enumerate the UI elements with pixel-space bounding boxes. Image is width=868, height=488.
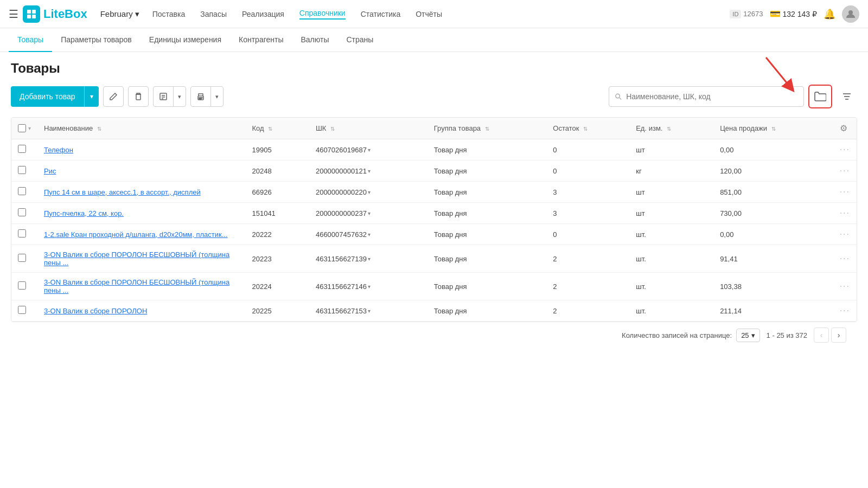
row-checkbox-cell[interactable] [11,273,37,300]
edit-button[interactable] [103,86,124,107]
row-checkbox-cell[interactable] [11,203,37,224]
select-all-checkbox[interactable] [18,124,26,132]
barcode-expand-icon[interactable]: ▾ [368,284,371,290]
subnav-valyuty[interactable]: Валюты [292,28,337,52]
row-checkbox[interactable] [18,166,26,174]
search-input[interactable] [626,92,798,101]
row-name-link[interactable]: 3-ON Валик в сборе ПОРОЛОН БЕСШОВНЫЙ (то… [44,251,229,267]
row-name-link[interactable]: Рис [44,167,56,175]
row-code-cell: 20225 [245,300,309,322]
barcode-expand-icon[interactable]: ▾ [368,232,371,237]
nav-link-zapasy[interactable]: Запасы [200,10,227,18]
prev-page-button[interactable]: ‹ [814,328,829,343]
avatar[interactable] [842,5,859,23]
per-page-select[interactable]: 25 ▾ [736,329,760,342]
row-stock-cell: 0 [546,224,629,245]
row-actions-cell[interactable]: ··· [833,160,857,182]
th-barcode[interactable]: ШК ⇅ [309,118,427,139]
row-checkbox-cell[interactable] [11,139,37,160]
add-product-button[interactable]: Добавить товар ▾ [11,86,99,107]
row-barcode-cell: 2000000000121▾ [309,160,427,182]
row-barcode-value: 4631156627146 [316,282,367,291]
month-selector[interactable]: February ▾ [100,9,139,19]
row-name-link[interactable]: Пупс-пчелка, 22 см, кор. [44,209,124,217]
nav-link-statistika[interactable]: Статистика [361,10,401,18]
hamburger-icon[interactable]: ☰ [9,8,18,21]
delete-button[interactable] [128,86,149,107]
subnav-parametry[interactable]: Параметры товаров [52,28,141,52]
barcode-expand-icon[interactable]: ▾ [368,147,371,153]
row-checkbox-cell[interactable] [11,182,37,203]
row-checkbox[interactable] [18,281,26,290]
nav-link-spravochniki[interactable]: Справочники [299,9,346,20]
row-checkbox[interactable] [18,187,26,195]
row-name-link[interactable]: 3-ON Валик в сборе ПОРОЛОН БЕСШОВНЫЙ (то… [44,278,229,294]
subnav-kontragenty[interactable]: Контрагенты [230,28,292,52]
add-product-arrow[interactable]: ▾ [85,86,99,107]
row-price-cell: 851,00 [713,182,833,203]
row-actions-cell[interactable]: ··· [833,245,857,273]
th-code[interactable]: Код ⇅ [245,118,309,139]
row-checkbox-cell[interactable] [11,245,37,273]
th-unit[interactable]: Ед. изм. ⇅ [629,118,713,139]
row-checkbox[interactable] [18,229,26,237]
row-name-cell: 3-ON Валик в сборе ПОРОЛОН БЕСШОВНЫЙ (то… [37,273,245,300]
nav-link-otchety[interactable]: Отчёты [416,10,442,18]
folder-button[interactable] [808,85,832,108]
row-name-link[interactable]: Телефон [44,146,73,154]
row-checkbox[interactable] [18,145,26,153]
logo-text: LiteBox [43,7,87,21]
row-actions-cell[interactable]: ··· [833,203,857,224]
row-name-link[interactable]: 1-2.sale Кран проходной д/шланга, d20x20… [44,230,228,239]
th-name[interactable]: Наименование ⇅ [37,118,245,139]
svg-line-14 [620,98,621,99]
subnav-tovary[interactable]: Товары [9,28,52,52]
svg-point-4 [848,10,853,15]
row-checkbox[interactable] [18,306,26,314]
export-button-group[interactable]: ▾ [153,86,186,107]
th-checkbox[interactable]: ▾ [11,118,37,139]
row-unit-cell: шт [629,203,713,224]
notification-icon[interactable]: 🔔 [824,8,835,20]
row-price-cell: 211,14 [713,300,833,322]
row-checkbox[interactable] [18,208,26,216]
barcode-expand-icon[interactable]: ▾ [368,189,371,195]
row-actions-cell[interactable]: ··· [833,273,857,300]
barcode-expand-icon[interactable]: ▾ [368,168,371,174]
products-table-wrapper: ▾ Наименование ⇅ Код ⇅ ШК [11,117,857,322]
row-checkbox-cell[interactable] [11,160,37,182]
row-name-link[interactable]: Пупс 14 см в шаре, аксесс.1, в ассорт., … [44,188,201,196]
row-code-cell: 20248 [245,160,309,182]
row-actions-cell[interactable]: ··· [833,182,857,203]
nav-link-realizatsiya[interactable]: Реализация [242,10,284,18]
chevron-down-icon[interactable]: ▾ [28,125,31,131]
barcode-expand-icon[interactable]: ▾ [368,210,371,216]
barcode-expand-icon[interactable]: ▾ [368,308,371,314]
next-page-button[interactable]: › [831,328,846,343]
export-dropdown-arrow[interactable]: ▾ [174,86,186,107]
th-group[interactable]: Группа товара ⇅ [427,118,547,139]
subnav-edinitsy[interactable]: Единицы измерения [141,28,230,52]
row-checkbox-cell[interactable] [11,224,37,245]
settings-icon[interactable]: ⚙ [840,124,847,133]
row-name-link[interactable]: 3-ON Валик в сборе ПОРОЛОН [44,307,147,315]
row-actions-cell[interactable]: ··· [833,224,857,245]
search-box[interactable] [609,86,804,107]
row-actions-cell[interactable]: ··· [833,300,857,322]
print-button-group[interactable]: ▾ [190,86,224,107]
barcode-expand-icon[interactable]: ▾ [368,256,371,262]
th-settings[interactable]: ⚙ [833,118,857,139]
row-code-cell: 20222 [245,224,309,245]
th-stock[interactable]: Остаток ⇅ [546,118,629,139]
search-icon [615,93,622,100]
row-checkbox-cell[interactable] [11,300,37,322]
th-price[interactable]: Цена продажи ⇅ [713,118,833,139]
subnav-strany[interactable]: Страны [337,28,382,52]
nav-link-postavka[interactable]: Поставка [152,10,186,18]
row-checkbox[interactable] [18,254,26,262]
row-unit-cell: шт. [629,245,713,273]
print-dropdown-arrow[interactable]: ▾ [211,86,223,107]
filter-button[interactable] [837,86,857,107]
row-name-cell: 1-2.sale Кран проходной д/шланга, d20x20… [37,224,245,245]
row-actions-cell[interactable]: ··· [833,139,857,160]
